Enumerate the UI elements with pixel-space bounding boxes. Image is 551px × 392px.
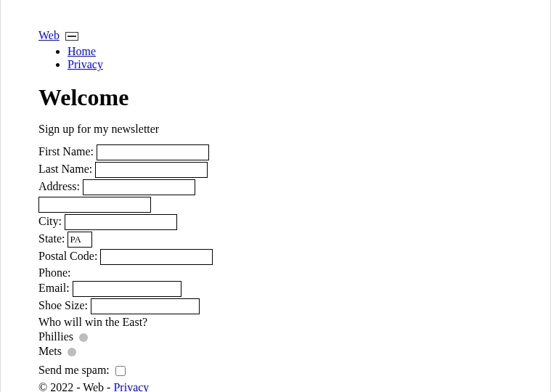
- postal-code-label: Postal Code:: [38, 250, 97, 262]
- address-label: Address:: [38, 180, 80, 192]
- email-input[interactable]: [73, 281, 181, 297]
- last-name-input[interactable]: [95, 162, 208, 178]
- brand-link[interactable]: Web: [38, 29, 60, 41]
- spam-checkbox[interactable]: [115, 366, 126, 376]
- nav-item-home: Home: [68, 45, 513, 58]
- first-name-input[interactable]: [97, 144, 209, 160]
- postal-code-input[interactable]: [100, 249, 213, 265]
- poll-question: Who will win the East?: [38, 316, 147, 328]
- first-name-label: First Name:: [38, 145, 94, 158]
- nav-link-home[interactable]: Home: [68, 45, 96, 57]
- address2-input[interactable]: [38, 197, 151, 213]
- footer-copyright: © 2022 - Web -: [38, 381, 113, 392]
- nav-toggle-icon[interactable]: [65, 32, 78, 41]
- city-input[interactable]: [65, 214, 177, 230]
- state-input[interactable]: [68, 232, 92, 248]
- nav-list: Home Privacy: [38, 45, 513, 71]
- page-subtitle: Sign up for my newsletter: [38, 123, 513, 136]
- city-label: City:: [38, 215, 62, 227]
- nav-link-privacy[interactable]: Privacy: [68, 58, 103, 70]
- nav-item-privacy: Privacy: [68, 58, 513, 71]
- page-title: Welcome: [38, 84, 513, 111]
- shoe-size-input[interactable]: [91, 298, 200, 314]
- state-label: State:: [38, 232, 65, 245]
- email-label: Email:: [38, 282, 70, 294]
- shoe-size-label: Shoe Size:: [38, 299, 88, 311]
- last-name-label: Last Name:: [38, 163, 92, 175]
- footer-privacy-link[interactable]: Privacy: [113, 381, 149, 392]
- poll-option-mets-radio[interactable]: [68, 348, 76, 356]
- poll-option-phillies-radio[interactable]: [79, 333, 88, 342]
- spam-label: Send me spam:: [38, 364, 110, 376]
- poll-option-phillies-label: Phillies: [38, 330, 73, 343]
- phone-label: Phone:: [38, 266, 70, 279]
- poll-option-mets-label: Mets: [38, 345, 62, 357]
- address1-input[interactable]: [83, 179, 195, 195]
